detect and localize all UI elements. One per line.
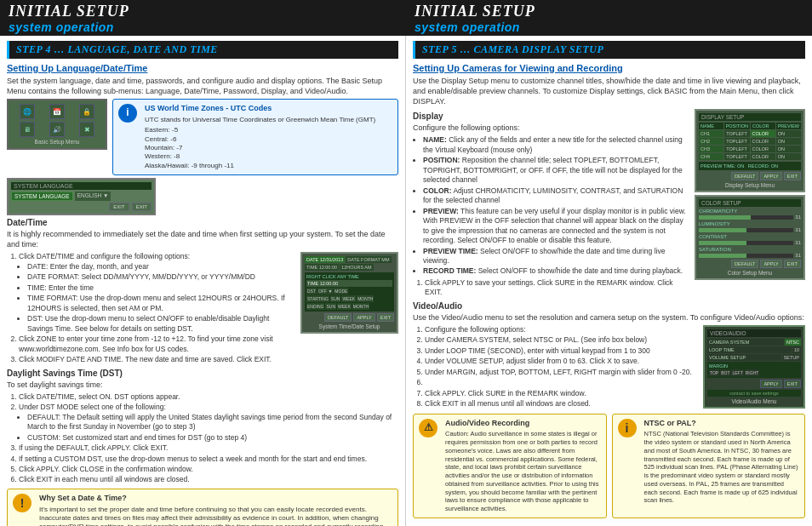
substep-dst: DST: Use the drop-down menu to select ON…	[27, 314, 295, 334]
basic-setup-caption: Basic Setup Menu	[12, 139, 102, 145]
main-content: Step 4 … Language, Date And Time Setting…	[0, 36, 812, 526]
camera-setup-desc: Use the Display Setup menu to customize …	[413, 76, 805, 106]
dst-step6: Click EXIT in each menu until all window…	[19, 475, 398, 484]
datetime-content-row: Click DATE/TIME and configure the follow…	[7, 252, 398, 365]
dst-step2: Under DST MODE select one of the followi…	[19, 403, 398, 443]
step5-header: Step 5 … Camera Display Setup	[413, 41, 805, 59]
display-options-list: NAME: Click any of the fields and enter …	[423, 135, 689, 277]
audio-step4: Under VOLUME SETUP, adjust slider from 0…	[425, 357, 698, 366]
header-left: Initial Setup system operation	[0, 0, 406, 36]
display-header: Display	[413, 111, 689, 121]
info-icon-utc: i	[118, 104, 137, 123]
color-setup-caption: Color Setup Menu	[699, 270, 801, 276]
header-title-left: Initial Setup	[9, 3, 397, 20]
info-icon-ntsc: i	[618, 419, 637, 437]
substep-time: TIME: Enter the time	[27, 283, 295, 293]
datetime-step3: Click MODIFY DATE AND TIME. The new date…	[19, 355, 295, 364]
display-step1: Click APPLY to save your settings. Click…	[425, 278, 689, 298]
datetime-caption: System Time/Date Setup	[305, 323, 394, 329]
dst-step4: If setting a CUSTOM DST, use the drop-do…	[19, 455, 398, 464]
setup-language-desc: Set the system language, date and time, …	[7, 76, 398, 96]
why-date-title: Why Set a Date & Time?	[39, 494, 392, 504]
datetime-step2: Click ZONE to enter your time zone from …	[19, 334, 295, 354]
dst-step1: Click DATE/TIME, select ON. DST options …	[19, 392, 398, 402]
display-opt-preview-time: PREVIEW TIME: Select ON/OFF to show/hide…	[423, 247, 689, 266]
display-setup-caption: Display Setup Menu	[699, 182, 801, 188]
step4-header: Step 4 … Language, Date And Time	[7, 41, 398, 59]
header-title-right: Initial Setup	[415, 3, 803, 20]
substep-timeformat: TIME FORMAT: Use the drop-down menu and …	[27, 294, 295, 313]
step5-header-text: Step 5 … Camera Display Setup	[422, 43, 603, 55]
datetime-step1: Click DATE/TIME and configure the follow…	[19, 252, 295, 334]
header-right: Initial Setup system operation	[406, 0, 812, 36]
header-subtitle-left: system operation	[9, 20, 397, 34]
color-setup-screenshot: COLOR SETUP CHROMATICITY 31 LUMINOSITY 3…	[695, 195, 805, 280]
audio-steps-area: Configure the following options: Under C…	[413, 325, 698, 410]
audio-recording-title: Audio/Video Recording	[445, 419, 601, 429]
display-content-row: Display Configure the following options:…	[413, 109, 805, 299]
audio-recording-box: ⚠ Audio/Video Recording Caution: Audio s…	[413, 414, 607, 518]
header-subtitle-right: system operation	[415, 20, 803, 34]
audio-text: Use the Video/Audio menu to set the reso…	[413, 312, 805, 323]
utc-zones: Eastern: -5 Central: -6 Mountain: -7 Wes…	[145, 126, 375, 170]
utc-info-text: UTC stands for Universal Time Coordinate…	[145, 116, 375, 124]
display-opt-position: POSITION: Reposition the channel title; …	[423, 156, 689, 185]
datetime-header: Date/Time	[7, 218, 398, 227]
bottom-info-row: ⚠ Audio/Video Recording Caution: Audio s…	[413, 414, 805, 518]
dst-step3: If using the DEFAULT, click APPLY. Click…	[19, 443, 398, 453]
display-steps: Click APPLY to save your settings. Click…	[425, 278, 689, 298]
dst-header: Daylight Savings Time (DST)	[7, 369, 398, 378]
audio-step2: Under CAMERA SYSTEM, select NTSC or PAL.…	[425, 335, 698, 345]
camera-setup-title: Setting Up Cameras for Viewing and Recor…	[413, 63, 805, 73]
ntsc-text: NTSC (National Television Standards Comm…	[644, 430, 800, 505]
audio-header: Video/Audio	[413, 301, 805, 311]
substep-date: DATE: Enter the day, month, and year	[27, 262, 295, 272]
display-options-area: Display Configure the following options:…	[413, 109, 689, 299]
datetime-text: It is highly recommended to immediately …	[7, 229, 398, 249]
audio-recording-text: Caution: Audio surveillance in some stat…	[445, 430, 601, 513]
info-icon-audio: ⚠	[419, 419, 437, 437]
why-date-box: ! Why Set a Date & Time? It's important …	[7, 489, 398, 526]
audio-step1: Configure the following options:	[425, 325, 698, 334]
dst-step5: Click APPLY. Click CLOSE in the confirma…	[19, 465, 398, 474]
right-screenshots: DISPLAY SETUP NAME POSITION COLOR PREVIE…	[695, 109, 805, 299]
left-panel: Step 4 … Language, Date And Time Setting…	[0, 36, 406, 526]
audio-step7: Click APPLY. Click SURE in the REMARK wi…	[425, 389, 698, 398]
header: Initial Setup system operation Initial S…	[0, 0, 812, 36]
basic-setup-screenshot: 🌐 📅 🔒 🖥 🔊	[7, 99, 107, 150]
dst-steps-list: Click DATE/TIME, select ON. DST options …	[19, 392, 398, 485]
why-date-text: It's important to set the proper date an…	[39, 506, 392, 526]
audio-step6	[425, 378, 698, 387]
info-icon-date: !	[13, 494, 31, 512]
utc-info-box: i US World Time Zones - UTC Codes UTC st…	[112, 99, 398, 175]
display-opt-color: COLOR: Adjust CHROMATICITY, LUMINOSITY, …	[423, 186, 689, 206]
audio-screenshot: VIDEO/AUDIO CAMERA SYSTEM NTSC LOOP TIME…	[703, 325, 805, 410]
system-language-screenshot: SYSTEM LANGUAGE SYSTEM LANGUAGE ENGLISH …	[7, 178, 398, 215]
screenshots-row: 🌐 📅 🔒 🖥 🔊	[7, 99, 398, 175]
setup-language-title: Setting Up Language/Date/Time	[7, 63, 398, 73]
datetime-steps-list: Click DATE/TIME and configure the follow…	[19, 252, 295, 364]
audio-caption: Video/Audio Menu	[707, 398, 801, 404]
display-opt-record-time: RECORD TIME: Select ON/OFF to show/hide …	[423, 266, 689, 276]
display-setup-screenshot: DISPLAY SETUP NAME POSITION COLOR PREVIE…	[695, 109, 805, 192]
ntsc-box: i NTSC or PAL? NTSC (National Television…	[612, 414, 806, 518]
audio-step8: Click EXIT in all menus until all window…	[425, 399, 698, 409]
audio-content-row: Configure the following options: Under C…	[413, 325, 805, 410]
datetime-steps-area: Click DATE/TIME and configure the follow…	[7, 252, 295, 365]
substep-dateformat: DATE FORMAT: Select DD/MM/YYYY, MM/DD/YY…	[27, 272, 295, 282]
audio-step5: Under MARGIN, adjust TOP, BOTTOM, LEFT, …	[425, 368, 698, 377]
step4-header-text: Step 4 … Language, Date And Time	[16, 43, 218, 55]
display-intro: Configure the following options:	[413, 123, 689, 133]
datetime-substeps: DATE: Enter the day, month, and year DAT…	[27, 262, 295, 334]
dst-text: To set daylight savings time:	[7, 380, 398, 390]
audio-steps-list: Configure the following options: Under C…	[425, 325, 698, 409]
audio-step3: Under LOOP TIME (SECOND), enter with vir…	[425, 346, 698, 356]
right-panel: Step 5 … Camera Display Setup Setting Up…	[406, 36, 812, 526]
display-opt-preview: PREVIEW: This feature can be very useful…	[423, 207, 689, 246]
datetime-screenshot: DATE 12/31/2013 DATE FORMAT MM TIME 12:0…	[300, 252, 398, 365]
utc-info-title: US World Time Zones - UTC Codes	[145, 104, 375, 114]
display-opt-name: NAME: Click any of the fields and enter …	[423, 135, 689, 155]
ntsc-title: NTSC or PAL?	[644, 419, 800, 429]
